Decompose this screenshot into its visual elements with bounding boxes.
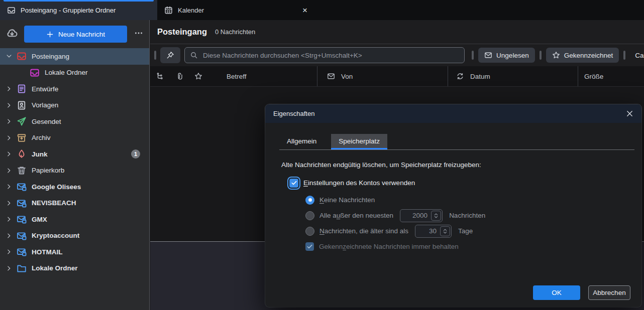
chevron-right-icon[interactable] [6, 167, 16, 174]
unread-badge: 1 [131, 149, 140, 159]
quick-filter-bar: UngelesenGekennzeichnetCar [150, 44, 644, 66]
mail-lock-icon [17, 182, 27, 192]
folder-label: HOTMAIL [32, 248, 63, 256]
folder-item-archiv[interactable]: Archiv [0, 130, 149, 146]
chevron-right-icon[interactable] [6, 248, 16, 255]
folder-label: Vorlagen [32, 101, 58, 109]
folder-label: Kryptoaccount [32, 232, 79, 239]
dialog-buttons: OK Abbrechen [533, 285, 630, 300]
trash-icon [17, 166, 27, 176]
chevron-right-icon[interactable] [6, 232, 16, 239]
toolbar-grip [540, 51, 542, 60]
chevron-down-icon[interactable] [6, 53, 16, 60]
option-row: Gekennzeichnete Nachrichten immer behalt… [305, 240, 641, 253]
chevron-right-icon[interactable] [6, 183, 16, 190]
folder-label: Gesendet [32, 118, 61, 125]
folder-item-vorlagen[interactable]: Vorlagen [0, 97, 149, 114]
option-row: Einstellungen des Kontos verwenden [289, 176, 641, 190]
folder-item-entw-rfe[interactable]: Entwürfe [0, 81, 149, 97]
dialog-tab-allgemein[interactable]: Allgemein [279, 134, 324, 149]
folder-item-lokale-ordner[interactable]: Lokale Ordner [0, 260, 149, 277]
chevron-right-icon[interactable] [6, 216, 16, 223]
folder-item-lokale-ordner[interactable]: Lokale Ordner [0, 65, 149, 81]
option-row: Alle außer den neuesten2000Nachrichten [305, 209, 641, 222]
tab-posteingang-gruppierte-ordner[interactable]: Posteingang - Gruppierte Ordner [0, 0, 157, 20]
tab-kalender[interactable]: Kalender× [157, 0, 314, 20]
tab-close-icon[interactable]: × [302, 6, 307, 15]
eigenschaften-dialog: Eigenschaften AllgemeinSpeicherplatz Alt… [265, 104, 641, 307]
folder-item-kryptoaccount[interactable]: Kryptoaccount [0, 228, 149, 244]
column-header-datum[interactable]: Datum [448, 66, 578, 86]
ok-button[interactable]: OK [533, 285, 580, 300]
filter-label: Gekennzeichnet [564, 52, 613, 59]
filter-buttons: UngelesenGekennzeichnetCar [472, 48, 644, 63]
column-header-betreff[interactable]: Betreff [150, 66, 317, 86]
star-icon [552, 51, 560, 59]
column-label: Größe [584, 73, 603, 80]
archive-icon [17, 133, 27, 143]
cancel-button[interactable]: Abbrechen [588, 285, 630, 300]
chevron-right-icon[interactable] [6, 200, 16, 207]
filter-button-ungelesen[interactable]: Ungelesen [478, 48, 535, 63]
cloud-download-icon[interactable] [6, 27, 18, 41]
number-spinner: 2000 [400, 209, 443, 222]
pin-filter-button[interactable] [160, 47, 180, 63]
chevron-right-icon[interactable] [6, 85, 16, 92]
search-input[interactable] [202, 51, 459, 60]
column-label: Betreff [227, 73, 247, 80]
folder-icon [17, 263, 27, 273]
filter-button-truncated[interactable]: Car [635, 52, 644, 59]
mail-lock-icon [17, 198, 27, 208]
toolbar-grip [623, 51, 625, 60]
chevron-right-icon[interactable] [6, 265, 16, 272]
checkbox-gekennzeichnete-nachrichten-immer-behalten [305, 242, 314, 251]
sidebar-options-icon[interactable] [134, 29, 143, 40]
folder-item-posteingang[interactable]: Posteingang [0, 48, 149, 65]
search-icon [190, 51, 198, 59]
star-icon [194, 72, 202, 80]
pin-icon [166, 51, 174, 59]
folder-item-google-olisees[interactable]: Google Olisees [0, 179, 149, 195]
flame-icon [17, 149, 27, 159]
dialog-body: Alte Nachrichten endgültig löschen, um S… [265, 150, 641, 307]
folder-header: Posteingang 0 Nachrichten [150, 20, 644, 44]
folder-label: Lokale Ordner [45, 69, 88, 76]
dialog-tabs: AllgemeinSpeicherplatz [279, 134, 641, 149]
chevron-right-icon[interactable] [6, 134, 16, 141]
option-row: Nachrichten, die älter sind als30Tage [305, 224, 641, 238]
chevron-right-icon[interactable] [6, 150, 16, 158]
folder-item-gmx[interactable]: GMX [0, 211, 149, 228]
column-header-gr-e[interactable]: Größe [578, 66, 644, 86]
chevron-right-icon[interactable] [6, 118, 16, 125]
folder-item-junk[interactable]: Junk1 [0, 146, 149, 163]
paperclip-icon [175, 72, 183, 80]
tab-bar: Posteingang - Gruppierte OrdnerKalender× [0, 0, 644, 20]
column-header-von[interactable]: Von [317, 66, 448, 86]
checkbox-label: Gekennzeichnete Nachrichten immer behalt… [319, 243, 459, 250]
folder-item-nevisbeach[interactable]: NEVISBEACH [0, 195, 149, 212]
folder-label: Papierkorb [32, 167, 64, 174]
new-message-label: Neue Nachricht [58, 31, 105, 38]
dialog-tab-speicherplatz[interactable]: Speicherplatz [331, 134, 387, 149]
new-message-button[interactable]: Neue Nachricht [24, 26, 127, 43]
radio-keine-nachrichten [305, 196, 314, 205]
thread-icon [156, 72, 164, 80]
radio-label: Alle außer den neuesten [319, 212, 393, 219]
chevron-right-icon[interactable] [6, 102, 16, 109]
column-label: Datum [470, 73, 490, 80]
mail-lock-icon [17, 231, 27, 241]
use-account-checkbox[interactable] [289, 179, 298, 188]
mail-icon [484, 51, 492, 59]
sidebar-toolbar: Neue Nachricht [0, 20, 149, 48]
mail-icon [327, 72, 335, 80]
unit-label: Tage [458, 227, 473, 235]
close-icon[interactable] [626, 110, 633, 117]
folder-item-hotmail[interactable]: HOTMAIL [0, 244, 149, 260]
folder-item-gesendet[interactable]: Gesendet [0, 113, 149, 130]
folder-label: Archiv [32, 134, 51, 141]
folder-item-papierkorb[interactable]: Papierkorb [0, 163, 149, 179]
filter-button-gekennzeichnet[interactable]: Gekennzeichnet [546, 48, 619, 63]
folder-label: Google Olisees [32, 183, 81, 191]
radio-alle-au-er-den-neuesten [305, 211, 314, 220]
dialog-titlebar: Eigenschaften [265, 104, 641, 123]
